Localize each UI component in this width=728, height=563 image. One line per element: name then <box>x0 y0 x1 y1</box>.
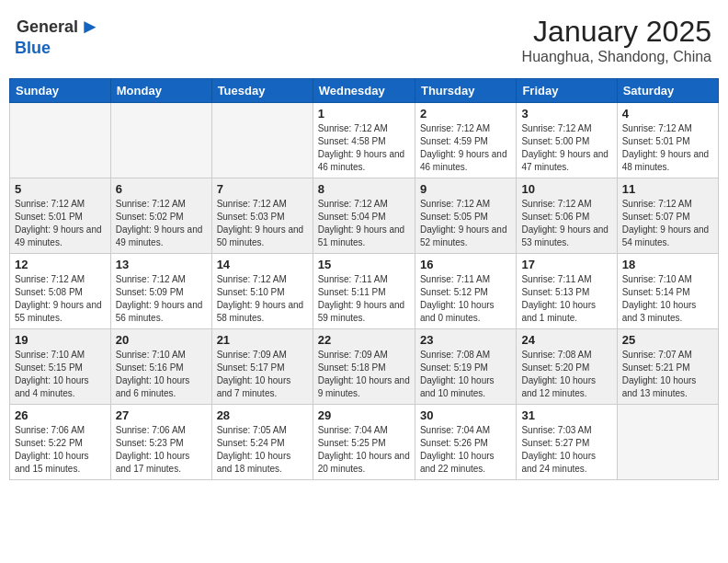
day-info: Sunrise: 7:11 AMSunset: 5:11 PMDaylight:… <box>318 273 410 325</box>
title-area: January 2025 Huanghua, Shandong, China <box>522 15 711 65</box>
day-info: Sunrise: 7:12 AMSunset: 5:02 PMDaylight:… <box>116 198 207 249</box>
calendar-cell: 23Sunrise: 7:08 AMSunset: 5:19 PMDayligh… <box>415 329 516 405</box>
day-info: Sunrise: 7:07 AMSunset: 5:21 PMDaylight:… <box>622 349 713 400</box>
day-number: 2 <box>420 107 511 121</box>
location-title: Huanghua, Shandong, China <box>522 49 711 65</box>
day-info: Sunrise: 7:03 AMSunset: 5:27 PMDaylight:… <box>521 424 611 476</box>
calendar-cell <box>110 103 211 178</box>
calendar-cell: 2Sunrise: 7:12 AMSunset: 4:59 PMDaylight… <box>415 103 516 178</box>
day-number: 3 <box>521 107 611 121</box>
day-info: Sunrise: 7:06 AMSunset: 5:22 PMDaylight:… <box>15 424 106 476</box>
calendar-week-row: 26Sunrise: 7:06 AMSunset: 5:22 PMDayligh… <box>10 405 719 480</box>
logo-arrow-icon: ► <box>80 15 100 39</box>
calendar-week-row: 5Sunrise: 7:12 AMSunset: 5:01 PMDaylight… <box>10 178 719 254</box>
day-number: 25 <box>622 333 713 347</box>
weekday-header-friday: Friday <box>517 79 617 103</box>
calendar-cell: 18Sunrise: 7:10 AMSunset: 5:14 PMDayligh… <box>617 254 718 329</box>
day-info: Sunrise: 7:08 AMSunset: 5:19 PMDaylight:… <box>420 349 511 400</box>
day-info: Sunrise: 7:05 AMSunset: 5:24 PMDaylight:… <box>217 424 308 476</box>
calendar-cell: 8Sunrise: 7:12 AMSunset: 5:04 PMDaylight… <box>313 178 415 254</box>
day-number: 4 <box>622 107 713 121</box>
calendar-cell: 25Sunrise: 7:07 AMSunset: 5:21 PMDayligh… <box>617 329 718 405</box>
logo-general-text: General <box>17 17 78 37</box>
day-number: 9 <box>420 182 511 196</box>
day-info: Sunrise: 7:04 AMSunset: 5:25 PMDaylight:… <box>318 424 410 476</box>
day-info: Sunrise: 7:12 AMSunset: 5:10 PMDaylight:… <box>217 273 308 325</box>
calendar-cell: 13Sunrise: 7:12 AMSunset: 5:09 PMDayligh… <box>110 254 211 329</box>
weekday-header-sunday: Sunday <box>10 79 111 103</box>
day-info: Sunrise: 7:12 AMSunset: 5:04 PMDaylight:… <box>318 198 410 249</box>
calendar-cell: 24Sunrise: 7:08 AMSunset: 5:20 PMDayligh… <box>517 329 617 405</box>
day-info: Sunrise: 7:12 AMSunset: 4:59 PMDaylight:… <box>420 122 511 174</box>
day-info: Sunrise: 7:12 AMSunset: 5:09 PMDaylight:… <box>116 273 207 325</box>
calendar-cell: 19Sunrise: 7:10 AMSunset: 5:15 PMDayligh… <box>10 329 111 405</box>
day-number: 1 <box>318 107 410 121</box>
calendar-week-row: 1Sunrise: 7:12 AMSunset: 4:58 PMDaylight… <box>10 103 719 178</box>
calendar-cell: 30Sunrise: 7:04 AMSunset: 5:26 PMDayligh… <box>415 405 516 480</box>
weekday-header-thursday: Thursday <box>415 79 516 103</box>
weekday-header-wednesday: Wednesday <box>313 79 415 103</box>
calendar-table: SundayMondayTuesdayWednesdayThursdayFrid… <box>9 78 719 480</box>
calendar-cell: 10Sunrise: 7:12 AMSunset: 5:06 PMDayligh… <box>517 178 617 254</box>
calendar-cell: 12Sunrise: 7:12 AMSunset: 5:08 PMDayligh… <box>10 254 111 329</box>
day-number: 27 <box>116 408 207 422</box>
day-number: 17 <box>521 258 611 271</box>
day-number: 13 <box>116 258 207 271</box>
weekday-header-saturday: Saturday <box>617 79 718 103</box>
calendar-cell: 29Sunrise: 7:04 AMSunset: 5:25 PMDayligh… <box>313 405 415 480</box>
day-number: 16 <box>420 258 511 271</box>
day-number: 22 <box>318 333 410 347</box>
weekday-header-row: SundayMondayTuesdayWednesdayThursdayFrid… <box>10 79 719 103</box>
calendar-cell: 27Sunrise: 7:06 AMSunset: 5:23 PMDayligh… <box>110 405 211 480</box>
day-number: 5 <box>15 182 106 196</box>
day-number: 8 <box>318 182 410 196</box>
day-info: Sunrise: 7:12 AMSunset: 5:01 PMDaylight:… <box>622 122 713 174</box>
day-info: Sunrise: 7:12 AMSunset: 5:01 PMDaylight:… <box>15 198 106 249</box>
calendar-week-row: 19Sunrise: 7:10 AMSunset: 5:15 PMDayligh… <box>10 329 719 405</box>
day-info: Sunrise: 7:12 AMSunset: 5:07 PMDaylight:… <box>622 198 713 249</box>
calendar-cell: 1Sunrise: 7:12 AMSunset: 4:58 PMDaylight… <box>313 103 415 178</box>
day-info: Sunrise: 7:06 AMSunset: 5:23 PMDaylight:… <box>116 424 207 476</box>
day-number: 31 <box>521 408 611 422</box>
day-info: Sunrise: 7:10 AMSunset: 5:14 PMDaylight:… <box>622 273 713 325</box>
day-info: Sunrise: 7:12 AMSunset: 5:00 PMDaylight:… <box>521 122 611 174</box>
calendar-cell <box>211 103 313 178</box>
day-number: 29 <box>318 408 410 422</box>
day-number: 19 <box>15 333 106 347</box>
day-info: Sunrise: 7:10 AMSunset: 5:16 PMDaylight:… <box>116 349 207 400</box>
day-number: 30 <box>420 408 511 422</box>
day-number: 6 <box>116 182 207 196</box>
day-info: Sunrise: 7:11 AMSunset: 5:13 PMDaylight:… <box>521 273 611 325</box>
calendar-cell: 5Sunrise: 7:12 AMSunset: 5:01 PMDaylight… <box>10 178 111 254</box>
calendar-cell <box>10 103 111 178</box>
day-info: Sunrise: 7:12 AMSunset: 4:58 PMDaylight:… <box>318 122 410 174</box>
month-title: January 2025 <box>522 15 711 49</box>
day-number: 15 <box>318 258 410 271</box>
day-number: 18 <box>622 258 713 271</box>
day-info: Sunrise: 7:08 AMSunset: 5:20 PMDaylight:… <box>521 349 611 400</box>
calendar-cell: 4Sunrise: 7:12 AMSunset: 5:01 PMDaylight… <box>617 103 718 178</box>
calendar-cell <box>617 405 718 480</box>
day-number: 11 <box>622 182 713 196</box>
calendar-cell: 3Sunrise: 7:12 AMSunset: 5:00 PMDaylight… <box>517 103 617 178</box>
calendar-cell: 22Sunrise: 7:09 AMSunset: 5:18 PMDayligh… <box>313 329 415 405</box>
day-info: Sunrise: 7:04 AMSunset: 5:26 PMDaylight:… <box>420 424 511 476</box>
day-number: 28 <box>217 408 308 422</box>
page-header: General ► Blue January 2025 Huanghua, Sh… <box>9 9 719 71</box>
weekday-header-tuesday: Tuesday <box>211 79 313 103</box>
day-info: Sunrise: 7:12 AMSunset: 5:06 PMDaylight:… <box>521 198 611 249</box>
calendar-cell: 7Sunrise: 7:12 AMSunset: 5:03 PMDaylight… <box>211 178 313 254</box>
day-info: Sunrise: 7:11 AMSunset: 5:12 PMDaylight:… <box>420 273 511 325</box>
day-info: Sunrise: 7:09 AMSunset: 5:18 PMDaylight:… <box>318 349 410 400</box>
day-number: 12 <box>15 258 106 271</box>
calendar-cell: 20Sunrise: 7:10 AMSunset: 5:16 PMDayligh… <box>110 329 211 405</box>
day-number: 26 <box>15 408 106 422</box>
calendar-cell: 9Sunrise: 7:12 AMSunset: 5:05 PMDaylight… <box>415 178 516 254</box>
calendar-cell: 11Sunrise: 7:12 AMSunset: 5:07 PMDayligh… <box>617 178 718 254</box>
calendar-cell: 26Sunrise: 7:06 AMSunset: 5:22 PMDayligh… <box>10 405 111 480</box>
day-number: 20 <box>116 333 207 347</box>
day-info: Sunrise: 7:12 AMSunset: 5:08 PMDaylight:… <box>15 273 106 325</box>
day-number: 24 <box>521 333 611 347</box>
day-info: Sunrise: 7:09 AMSunset: 5:17 PMDaylight:… <box>217 349 308 400</box>
calendar-cell: 21Sunrise: 7:09 AMSunset: 5:17 PMDayligh… <box>211 329 313 405</box>
